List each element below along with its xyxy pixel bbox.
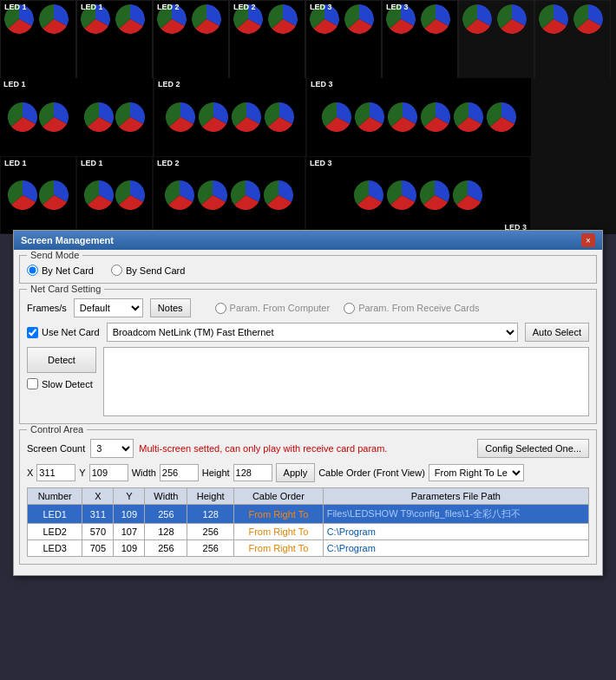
cell-x: 705 [82, 540, 114, 557]
col-number: Number [28, 488, 82, 505]
height-label: Height [202, 468, 230, 478]
cable-order-label: Cable Order (Front View) [318, 468, 425, 478]
screen-management-window: Screen Management × Send Mode By Net Car… [13, 230, 603, 576]
cell-width: 128 [145, 524, 187, 540]
x-label: X [27, 468, 33, 478]
cell-y: 107 [114, 524, 145, 540]
warning-text: Multi-screen setted, can only play with … [139, 443, 387, 454]
net-card-title: Net Card Setting [27, 284, 104, 294]
by-send-card-radio[interactable]: By Send Card [111, 265, 185, 276]
net-card-group: Net Card Setting Frames/s Default Notes … [19, 289, 597, 424]
cell-cable-order: From Right To [234, 540, 324, 557]
cell-y: 109 [114, 540, 145, 557]
by-send-card-label: By Send Card [126, 265, 185, 276]
window-title: Screen Management [21, 235, 114, 245]
col-y: Y [114, 488, 145, 505]
control-area-title: Control Area [27, 424, 87, 435]
detect-button[interactable]: Detect [27, 347, 96, 373]
frames-label: Frames/s [27, 303, 67, 313]
col-cable-order: Cable Order [234, 488, 324, 505]
cell-path: C:\Program [323, 540, 588, 557]
col-width: Width [145, 488, 187, 505]
y-label: Y [79, 468, 85, 478]
auto-select-button[interactable]: Auto Select [525, 323, 589, 342]
cable-order-select[interactable]: From Right To Le [429, 464, 524, 481]
col-height: Height [187, 488, 234, 505]
cell-path: C:\Program [323, 524, 588, 540]
x-input[interactable] [36, 464, 75, 481]
cell-height: 256 [187, 524, 234, 540]
cell-cable-order: From Right To [234, 505, 324, 524]
apply-button[interactable]: Apply [276, 463, 316, 482]
param-receive-label: Param. From Receive Cards [358, 303, 479, 313]
cell-path: Files\LEDSHOW T9\config_files\1-全彩八扫不 [323, 505, 588, 524]
use-net-card-check[interactable]: Use Net Card [27, 327, 100, 338]
screen-count-select[interactable]: 3 [90, 439, 134, 458]
height-input[interactable] [233, 464, 272, 481]
table-row[interactable]: LED1 311 109 256 128 From Right To Files… [28, 505, 589, 524]
net-card-select[interactable]: Broadcom NetLink (TM) Fast Ethernet [107, 323, 518, 342]
param-from-receive-radio[interactable]: Param. From Receive Cards [344, 303, 479, 314]
window-titlebar: Screen Management × [14, 231, 602, 250]
cell-width: 256 [145, 540, 187, 557]
cell-height: 128 [187, 505, 234, 524]
cell-height: 256 [187, 540, 234, 557]
detect-output-area [103, 347, 589, 416]
config-selected-button[interactable]: Config Selected One... [477, 439, 589, 458]
param-computer-label: Param. From Computer [230, 303, 331, 313]
width-label: Width [132, 468, 156, 478]
width-input[interactable] [160, 464, 199, 481]
window-close-button[interactable]: × [581, 233, 595, 247]
y-input[interactable] [89, 464, 128, 481]
screen-count-label: Screen Count [27, 443, 85, 454]
param-from-computer-radio[interactable]: Param. From Computer [215, 303, 331, 314]
cell-y: 109 [114, 505, 145, 524]
slow-detect-check[interactable]: Slow Detect [27, 378, 93, 389]
table-row[interactable]: LED2 570 107 128 256 From Right To C:\Pr… [28, 524, 589, 540]
cell-x: 570 [82, 524, 114, 540]
cell-cable-order: From Right To [234, 524, 324, 540]
notes-button[interactable]: Notes [150, 298, 191, 317]
by-net-card-label: By Net Card [42, 265, 94, 276]
send-mode-group: Send Mode By Net Card By Send Card [19, 255, 597, 284]
send-mode-title: Send Mode [27, 250, 82, 260]
cell-number: LED1 [28, 505, 82, 524]
cell-x: 311 [82, 505, 114, 524]
use-net-card-label: Use Net Card [42, 327, 100, 337]
frames-select[interactable]: Default [74, 298, 143, 317]
col-x: X [82, 488, 114, 505]
cell-number: LED3 [28, 540, 82, 557]
cell-width: 256 [145, 505, 187, 524]
by-net-card-radio[interactable]: By Net Card [27, 265, 94, 276]
table-row[interactable]: LED3 705 109 256 256 From Right To C:\Pr… [28, 540, 589, 557]
control-area-group: Control Area Screen Count 3 Multi-screen… [19, 429, 597, 565]
slow-detect-label: Slow Detect [42, 379, 93, 389]
col-path: Parameters File Path [323, 488, 588, 505]
cell-number: LED2 [28, 524, 82, 540]
screen-table: Number X Y Width Height Cable Order Para… [27, 487, 589, 557]
